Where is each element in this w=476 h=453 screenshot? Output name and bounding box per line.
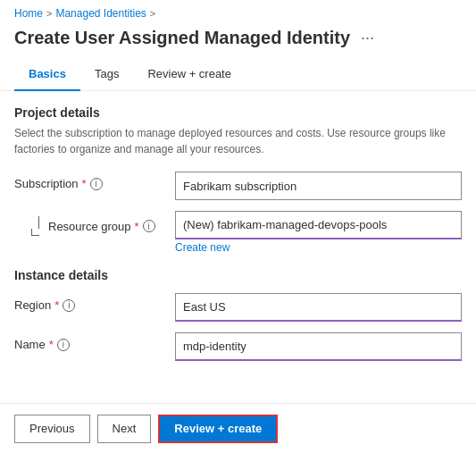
create-new-link[interactable]: Create new bbox=[175, 241, 462, 254]
region-group: Region * i bbox=[14, 293, 462, 322]
instance-details-title: Instance details bbox=[14, 268, 462, 282]
next-button[interactable]: Next bbox=[97, 415, 152, 443]
breadcrumb-home[interactable]: Home bbox=[14, 7, 43, 20]
breadcrumb-sep-1: > bbox=[46, 8, 52, 19]
subscription-label: Subscription * i bbox=[14, 177, 175, 190]
page-title: Create User Assigned Managed Identity bbox=[14, 28, 350, 48]
resource-group-label: Resource group * i bbox=[48, 220, 155, 233]
form-content: Project details Select the subscription … bbox=[0, 91, 476, 369]
name-label: Name * i bbox=[14, 338, 175, 351]
name-required: * bbox=[49, 338, 54, 351]
subscription-input[interactable] bbox=[175, 172, 462, 200]
tabs-row: Basics Tags Review + create bbox=[0, 60, 476, 91]
project-details-title: Project details bbox=[14, 105, 462, 120]
region-required: * bbox=[54, 298, 59, 312]
breadcrumb-sep-2: > bbox=[150, 8, 155, 19]
tab-basics[interactable]: Basics bbox=[14, 60, 80, 91]
previous-button[interactable]: Previous bbox=[14, 415, 90, 443]
subscription-required: * bbox=[82, 177, 87, 190]
ellipsis-button[interactable]: ··· bbox=[357, 27, 378, 49]
tab-review-create[interactable]: Review + create bbox=[133, 60, 246, 91]
resource-group-input[interactable] bbox=[175, 211, 462, 239]
resource-group-info-icon[interactable]: i bbox=[143, 220, 155, 232]
review-create-button[interactable]: Review + create bbox=[158, 415, 278, 443]
connector-lines bbox=[29, 216, 43, 236]
resource-group-required: * bbox=[135, 220, 139, 233]
region-input[interactable] bbox=[175, 293, 462, 322]
name-info-icon[interactable]: i bbox=[57, 339, 70, 351]
resource-group-group: Resource group * i Create new bbox=[14, 211, 462, 254]
breadcrumb-managed-identities[interactable]: Managed Identities bbox=[55, 7, 146, 20]
subscription-info-icon[interactable]: i bbox=[90, 178, 103, 190]
page-title-row: Create User Assigned Managed Identity ··… bbox=[0, 23, 476, 60]
footer: Previous Next Review + create bbox=[0, 403, 476, 453]
tab-tags[interactable]: Tags bbox=[80, 60, 133, 91]
name-group: Name * i bbox=[14, 332, 462, 361]
subscription-group: Subscription * i bbox=[14, 172, 462, 200]
project-details-desc: Select the subscription to manage deploy… bbox=[14, 125, 462, 157]
name-input[interactable] bbox=[175, 332, 462, 361]
breadcrumb: Home > Managed Identities > bbox=[0, 0, 476, 23]
region-label: Region * i bbox=[14, 298, 175, 312]
region-info-icon[interactable]: i bbox=[63, 299, 75, 312]
